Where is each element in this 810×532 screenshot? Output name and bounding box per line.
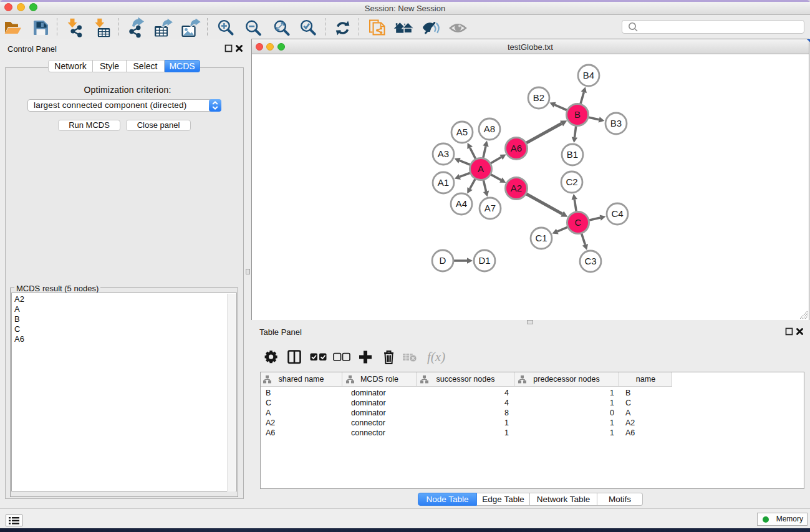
svg-text:A: A (478, 163, 484, 174)
svg-text:D1: D1 (478, 255, 490, 266)
svg-text:A2: A2 (511, 183, 522, 193)
svg-text:C1: C1 (535, 233, 547, 243)
svg-text:B2: B2 (533, 92, 544, 103)
svg-text:A5: A5 (456, 127, 468, 137)
svg-text:A4: A4 (456, 198, 467, 209)
svg-text:B: B (574, 109, 581, 120)
svg-text:B4: B4 (583, 70, 594, 80)
svg-text:f(x): f(x) (427, 349, 445, 364)
svg-text:C: C (575, 217, 582, 228)
svg-text:C3: C3 (584, 256, 596, 266)
svg-text:D: D (440, 255, 446, 266)
svg-text:C2: C2 (566, 177, 577, 187)
svg-text:A6: A6 (511, 143, 522, 153)
svg-text:C4: C4 (611, 208, 623, 219)
svg-text:B1: B1 (567, 149, 578, 160)
svg-text:B3: B3 (610, 118, 622, 128)
svg-text:A7: A7 (485, 203, 496, 213)
svg-text:A3: A3 (438, 148, 449, 159)
svg-text:A1: A1 (438, 177, 449, 188)
svg-text:A8: A8 (484, 123, 495, 134)
